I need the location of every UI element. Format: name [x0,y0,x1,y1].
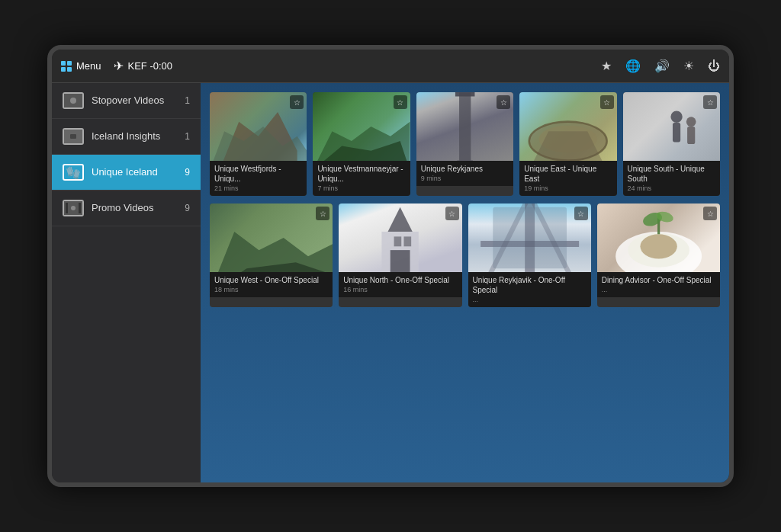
star-badge[interactable]: ☆ [600,95,614,109]
promo-count: 9 [185,203,190,213]
unique-label: Unique Iceland [92,166,174,179]
video-card-west[interactable]: ☆ Unique West - One-Off Special 18 mins [210,204,333,307]
svg-rect-4 [459,92,471,160]
video-card-south[interactable]: ☆ Unique South - Unique South 24 mins [623,92,720,196]
video-title: Unique Reykjavik - One-Off Special [473,275,587,295]
video-info: Unique South - Unique South 24 mins [623,161,720,196]
video-title: Unique West - One-Off Special [214,275,328,285]
bezel-button[interactable] [732,251,734,281]
video-title: Unique South - Unique South [628,164,715,184]
video-title: Unique Westfjords - Uniqu... [214,164,302,184]
video-card-dining[interactable]: ☆ Dining Advisor - One-Off Special ... [597,204,720,307]
video-title: Unique East - Unique East [524,164,612,184]
video-duration: 9 mins [421,175,509,182]
video-title: Unique Vestmannaeyjar - Uniqu... [317,164,405,184]
insights-count: 1 [185,131,190,142]
svg-marker-16 [388,207,413,232]
video-title: Dining Advisor - One-Off Special [602,275,715,285]
top-bar-right: ★ 🌐 🔊 ☀ ⏻ [601,59,720,73]
thumb-north [339,204,461,272]
star-badge[interactable]: ☆ [445,207,459,220]
video-card-north[interactable]: ☆ Unique North - One-Off Special 16 mins [339,204,461,307]
video-card-vestmannaeyjar[interactable]: ☆ Unique Vestmannaeyjar - Uniqu... 7 min… [313,92,410,196]
svg-marker-1 [210,127,307,161]
video-card-reykjavik[interactable]: ☆ Unique Reykjavik - One-Off Special ... [468,204,591,307]
video-info: Unique East - Unique East 19 mins [519,161,616,196]
video-info: Unique West - One-Off Special 18 mins [210,272,333,297]
video-info: Dining Advisor - One-Off Special ... [597,272,720,297]
promo-icon [63,200,84,216]
thumb-dining [597,204,720,272]
sidebar-item-promo-videos[interactable]: Promo Videos 9 [52,191,201,226]
flight-code: KEF -0:00 [128,60,173,72]
menu-label: Menu [76,60,101,72]
menu-button[interactable]: Menu [61,60,101,72]
thumb-reykjavik-city [468,204,591,272]
video-info: Unique Westfjords - Uniqu... 21 mins [210,161,307,196]
main-content: Stopover Videos 1 Iceland Insights 1 🧤 [52,83,729,482]
content-area: ☆ Unique Westfjords - Uniqu... 21 mins ☆ [201,83,729,482]
insights-label: Iceland Insights [92,130,174,143]
sidebar-item-stopover-videos[interactable]: Stopover Videos 1 [52,83,201,119]
star-badge[interactable]: ☆ [497,95,510,109]
top-bar: Menu ✈ KEF -0:00 ★ 🌐 🔊 ☀ ⏻ [52,50,729,83]
video-grid-row2: ☆ Unique West - One-Off Special 18 mins [210,204,720,307]
video-grid-row1: ☆ Unique Westfjords - Uniqu... 21 mins ☆ [210,92,720,196]
insights-icon [63,128,84,145]
thumb-west [210,204,333,272]
video-card-east[interactable]: ☆ Unique East - Unique East 19 mins [519,92,616,196]
power-icon[interactable]: ⏻ [708,59,720,73]
star-badge[interactable]: ☆ [316,207,329,220]
flight-info: ✈ KEF -0:00 [114,59,173,73]
sidebar-item-iceland-insights[interactable]: Iceland Insights 1 [52,119,201,155]
volume-icon[interactable]: 🔊 [654,59,670,73]
sidebar: Stopover Videos 1 Iceland Insights 1 🧤 [52,83,201,482]
svg-rect-25 [493,207,567,269]
svg-rect-5 [455,92,474,97]
plane-icon: ✈ [114,59,124,73]
video-info: Unique Vestmannaeyjar - Uniqu... 7 mins [313,161,410,196]
unique-icon: 🧤 [63,164,84,181]
svg-rect-20 [404,236,412,246]
svg-point-28 [640,234,677,258]
sidebar-item-unique-iceland[interactable]: 🧤 Unique Iceland 9 [52,155,201,191]
video-duration: 7 mins [317,184,405,192]
video-info: Unique North - One-Off Special 16 mins [339,272,461,297]
video-duration: 21 mins [214,184,302,192]
video-duration: 18 mins [214,286,328,293]
svg-rect-19 [394,236,402,246]
stopover-count: 1 [185,95,190,106]
video-duration: ... [602,286,715,293]
video-card-westfjords[interactable]: ☆ Unique Westfjords - Uniqu... 21 mins [210,92,307,196]
grid-icon [61,61,72,72]
svg-point-12 [686,117,696,127]
video-duration: 24 mins [628,184,715,192]
svg-rect-18 [390,250,410,272]
star-badge[interactable]: ☆ [574,207,588,220]
svg-rect-11 [673,123,680,142]
stopover-icon [63,92,84,109]
video-info: Unique Reykjavik - One-Off Special ... [468,272,591,307]
star-icon[interactable]: ★ [601,59,612,73]
video-duration: 16 mins [343,286,457,293]
video-title: Unique Reykjanes [421,164,509,174]
star-badge[interactable]: ☆ [394,95,407,109]
promo-label: Promo Videos [92,202,174,215]
video-card-reykjanes[interactable]: ☆ Unique Reykjanes 9 mins [416,92,513,196]
video-duration: ... [473,296,587,303]
globe-icon[interactable]: 🌐 [625,59,641,73]
top-bar-left: Menu ✈ KEF -0:00 [61,59,601,73]
svg-rect-13 [687,127,695,144]
brightness-icon[interactable]: ☀ [683,59,694,73]
video-info: Unique Reykjanes 9 mins [416,161,513,186]
video-duration: 19 mins [524,184,612,192]
svg-point-10 [670,111,682,123]
unique-count: 9 [185,167,190,178]
star-badge[interactable]: ☆ [290,95,304,109]
stopover-label: Stopover Videos [92,95,174,107]
star-badge[interactable]: ☆ [703,95,717,109]
video-title: Unique North - One-Off Special [343,275,457,285]
screen: Menu ✈ KEF -0:00 ★ 🌐 🔊 ☀ ⏻ [47,45,734,487]
star-badge[interactable]: ☆ [703,207,717,220]
